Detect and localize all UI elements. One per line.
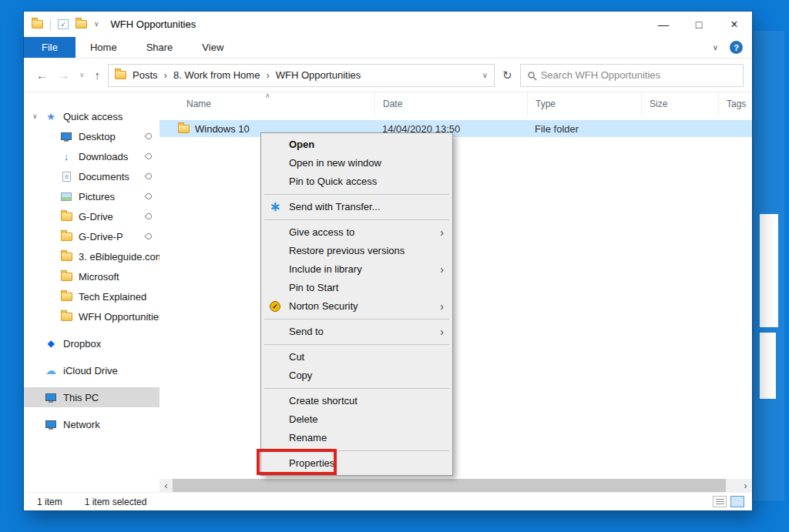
breadcrumb-wfh-opportunities[interactable]: WFH Opportunities bbox=[276, 69, 361, 81]
file-name: Windows 10 bbox=[195, 123, 250, 135]
help-icon[interactable]: ? bbox=[730, 41, 743, 54]
properties-qat-icon[interactable]: ✓ bbox=[58, 19, 69, 29]
desktop-background-shape bbox=[760, 214, 778, 327]
new-folder-qat-icon[interactable] bbox=[76, 20, 87, 28]
navigation-pane: ∨ ★ Quick access Desktop ↓ Downloads Doc… bbox=[24, 92, 159, 479]
menu-item-open-in-new-window[interactable]: Open in new window bbox=[263, 154, 451, 172]
menu-separator bbox=[264, 319, 449, 320]
sidebar-item-icloud-drive[interactable]: ☁ iCloud Drive bbox=[24, 360, 159, 380]
sidebar-item-network[interactable]: Network bbox=[24, 414, 159, 434]
menu-item-restore-previous-versions[interactable]: Restore previous versions bbox=[263, 242, 451, 260]
ribbon-tabs: File Home Share View ∨ ? bbox=[24, 37, 752, 59]
menu-item-pin-to-quick-access[interactable]: Pin to Quick access bbox=[263, 172, 451, 191]
menu-item-label: Include in library bbox=[289, 263, 362, 275]
menu-item-pin-to-start[interactable]: Pin to Start bbox=[263, 279, 451, 297]
horizontal-scrollbar[interactable]: ‹ › bbox=[159, 479, 752, 492]
folder-icon bbox=[61, 273, 72, 281]
sidebar-item-microsoft[interactable]: Microsoft bbox=[24, 266, 159, 286]
expand-ribbon-chevron-icon[interactable]: ∨ bbox=[713, 44, 718, 52]
sidebar-item-documents[interactable]: Documents bbox=[24, 166, 159, 186]
scrollbar-thumb[interactable] bbox=[173, 479, 726, 492]
menu-item-send-with-transfer[interactable]: ∗ Send with Transfer... bbox=[263, 198, 451, 216]
column-header-date[interactable]: Date bbox=[374, 92, 527, 115]
refresh-icon[interactable]: ↻ bbox=[500, 69, 515, 82]
menu-item-cut[interactable]: Cut bbox=[263, 348, 451, 366]
sidebar-item-desktop[interactable]: Desktop bbox=[24, 126, 159, 146]
menu-item-send-to[interactable]: Send to › bbox=[263, 323, 451, 341]
sidebar-item-dropbox[interactable]: ◆ Dropbox bbox=[24, 333, 159, 353]
menu-item-copy[interactable]: Copy bbox=[263, 366, 451, 385]
toolbar-divider bbox=[50, 19, 51, 30]
tab-file[interactable]: File bbox=[24, 37, 76, 58]
search-box[interactable] bbox=[520, 64, 744, 87]
sidebar-item-label: Microsoft bbox=[79, 271, 119, 283]
maximize-button[interactable]: □ bbox=[681, 12, 717, 37]
chevron-down-icon[interactable]: ∨ bbox=[32, 112, 38, 120]
sidebar-item-ebibleguide[interactable]: 3. eBibleguide.com bbox=[24, 246, 159, 266]
address-breadcrumb-box[interactable]: Posts › 8. Work from Home › WFH Opportun… bbox=[108, 64, 495, 87]
selected-count: 1 item selected bbox=[85, 497, 147, 507]
pin-icon bbox=[144, 152, 153, 160]
sidebar-item-quick-access[interactable]: ∨ ★ Quick access bbox=[24, 106, 159, 126]
back-button[interactable]: ← bbox=[34, 69, 50, 81]
recent-locations-chevron-icon[interactable]: ∨ bbox=[77, 72, 87, 79]
menu-separator bbox=[264, 388, 449, 389]
close-button[interactable]: × bbox=[717, 12, 752, 37]
search-input[interactable] bbox=[541, 69, 736, 81]
menu-item-label: Copy bbox=[289, 370, 312, 381]
tab-share[interactable]: Share bbox=[132, 37, 188, 58]
column-header-name[interactable]: ∧ Name bbox=[159, 92, 374, 115]
sidebar-item-downloads[interactable]: ↓ Downloads bbox=[24, 146, 159, 166]
folder-icon bbox=[61, 253, 72, 261]
status-bar: 1 item 1 item selected bbox=[24, 492, 752, 510]
up-button[interactable]: ↑ bbox=[92, 69, 103, 81]
scroll-right-icon[interactable]: › bbox=[739, 479, 752, 492]
tab-view[interactable]: View bbox=[187, 37, 238, 58]
file-list-pane: ∧ Name Date Type Size Tags bbox=[159, 92, 752, 479]
customize-toolbar-chevron-icon[interactable]: ∨ bbox=[94, 21, 99, 28]
column-label: Type bbox=[536, 99, 556, 109]
sidebar-item-label: Downloads bbox=[79, 151, 128, 162]
menu-item-norton-security[interactable]: ✓ Norton Security › bbox=[263, 297, 451, 316]
scroll-left-icon[interactable]: ‹ bbox=[159, 479, 173, 492]
view-toggles bbox=[713, 496, 744, 507]
column-header-size[interactable]: Size bbox=[641, 92, 718, 115]
menu-item-label: Norton Security bbox=[289, 300, 358, 312]
menu-item-delete[interactable]: Delete bbox=[263, 410, 451, 429]
address-dropdown-chevron-icon[interactable]: ∨ bbox=[482, 71, 488, 79]
sidebar-item-tech-explained[interactable]: Tech Explained bbox=[24, 286, 159, 306]
thumbnails-view-icon[interactable] bbox=[730, 496, 744, 507]
column-label: Tags bbox=[727, 99, 746, 109]
sidebar-item-label: Dropbox bbox=[63, 338, 101, 350]
sidebar-item-label: Tech Explained bbox=[79, 291, 146, 303]
folder-icon bbox=[61, 293, 72, 301]
address-folder-icon bbox=[115, 71, 126, 79]
column-header-type[interactable]: Type bbox=[527, 92, 641, 115]
column-label: Date bbox=[383, 99, 402, 109]
menu-item-label: Open in new window bbox=[289, 157, 381, 169]
menu-item-create-shortcut[interactable]: Create shortcut bbox=[263, 392, 451, 410]
column-header-tags[interactable]: Tags bbox=[718, 92, 752, 115]
folder-icon bbox=[178, 125, 190, 133]
details-view-icon[interactable] bbox=[713, 496, 727, 507]
minimize-button[interactable]: — bbox=[646, 12, 681, 37]
menu-separator bbox=[264, 219, 449, 220]
menu-separator bbox=[264, 194, 449, 195]
sidebar-item-this-pc[interactable]: This PC bbox=[24, 387, 159, 407]
menu-item-include-in-library[interactable]: Include in library › bbox=[263, 260, 451, 279]
breadcrumb-posts[interactable]: Posts bbox=[133, 69, 158, 81]
menu-item-open[interactable]: Open bbox=[263, 136, 451, 154]
pin-icon bbox=[144, 192, 153, 200]
sidebar-item-g-drive[interactable]: G-Drive bbox=[24, 206, 159, 226]
file-row-windows-10[interactable]: Windows 10 14/04/2020 13:50 File folder bbox=[159, 120, 752, 137]
breadcrumb-work-from-home[interactable]: 8. Work from Home bbox=[173, 69, 260, 81]
sidebar-item-wfh-opportunities[interactable]: WFH Opportunities bbox=[24, 306, 159, 326]
pc-icon bbox=[45, 393, 56, 401]
menu-item-give-access-to[interactable]: Give access to › bbox=[263, 223, 451, 242]
sidebar-item-pictures[interactable]: Pictures bbox=[24, 186, 159, 206]
menu-item-rename[interactable]: Rename bbox=[263, 429, 451, 447]
forward-button[interactable]: → bbox=[55, 69, 72, 81]
sort-ascending-icon: ∧ bbox=[265, 92, 270, 99]
tab-home[interactable]: Home bbox=[76, 37, 132, 58]
sidebar-item-g-drive-p[interactable]: G-Drive-P bbox=[24, 226, 159, 246]
